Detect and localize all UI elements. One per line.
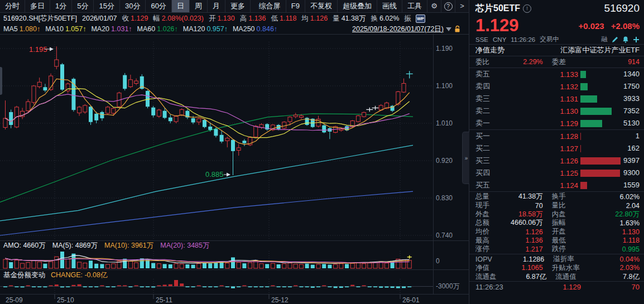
stat-value: 0.995 (581, 245, 640, 253)
date-range-group[interactable]: 2025/09/18-2026/01/07(72日) (352, 25, 461, 34)
wp-badge-icon[interactable]: WP (416, 15, 425, 23)
bell-icon[interactable] (622, 36, 629, 43)
menu-item-分时[interactable]: 分时 (0, 0, 25, 12)
period-menu-group: 分时多日1分5分15分30分60分日周月更多 (0, 0, 251, 12)
candlestick-chart[interactable]: 1.1901.1001.0100.9200.8300.7401.1950.885… (0, 33, 469, 304)
ma10-line (6, 89, 410, 138)
stat-label: 溢折率 (553, 254, 582, 264)
stat-label: 外盘 (475, 210, 489, 219)
menu-item-F9[interactable]: F9 (286, 0, 305, 12)
stat-label: 内盘 (552, 210, 581, 219)
ma-layer (6, 94, 410, 131)
ma-label: MA10 (45, 25, 64, 33)
bid-row[interactable]: 买一1.1281 (469, 130, 644, 142)
chevron-right-icon[interactable]: > (455, 0, 469, 12)
svg-text:1.010: 1.010 (436, 119, 453, 127)
field-value: 1.118 (280, 15, 296, 22)
price-change-group: +0.023 +2.08% (578, 21, 640, 31)
order-bar-zone: 162 (580, 144, 640, 152)
field-label: 换 (371, 15, 378, 22)
quote-field-幅: 幅2.08%(0.023) (153, 14, 204, 23)
ma250-line (0, 191, 413, 235)
ma-value: 0.846↑ (257, 25, 278, 33)
chart-pane: 分时多日1分5分15分30分60分日周月更多 综合屏F9不复权超级叠加画线工具 … (0, 0, 469, 304)
fund-name-link[interactable]: 汇添富中证芯片产业ETF (560, 45, 640, 55)
ask-row[interactable]: 卖五1.1331340 (469, 68, 644, 80)
menu-item-15分[interactable]: 15分 (94, 0, 119, 12)
help-icon[interactable]: ? (441, 0, 455, 12)
stat-value: 6.87亿 (497, 272, 547, 282)
stat-label: 总量 (475, 192, 489, 201)
price-change-pct: +2.08% (611, 21, 640, 31)
x-axis-label: 25-11 (156, 296, 172, 304)
field-value: 41.38万 (342, 15, 366, 22)
field-label: 低 (271, 15, 278, 22)
order-qty: 9397 (623, 157, 640, 165)
order-depth-bar (580, 133, 581, 140)
menu-item-多日[interactable]: 多日 (25, 0, 50, 12)
nav-tab[interactable]: 净值走势 (475, 45, 504, 55)
bid-row[interactable]: 买二1.127162 (469, 142, 644, 155)
ask-row[interactable]: 卖二1.1307352 (469, 105, 644, 117)
menu-item-综合屏[interactable]: 综合屏 (254, 0, 286, 12)
quote-panel: 芯片50ETF ! 516920 1.129 +0.023 +2.08% SSE… (469, 0, 644, 304)
date-range-label[interactable]: 2025/09/18-2026/01/07(72日) (352, 25, 444, 34)
order-price: 1.129 (497, 119, 578, 128)
menu-item-日[interactable]: 日 (172, 0, 190, 12)
field-value: 1.129 (131, 15, 148, 22)
menu-item-5分[interactable]: 5分 (72, 0, 94, 12)
field-label: 幅 (153, 15, 160, 22)
pencil-icon[interactable] (612, 36, 618, 43)
svg-text:1.100: 1.100 (436, 82, 453, 90)
fund-share-title: 基金份额变动 (3, 271, 45, 280)
nav-row: 净值走势 汇添富中证芯片产业ETF (469, 45, 644, 56)
lock-icon[interactable] (454, 25, 461, 33)
chevron-down-icon[interactable] (446, 27, 451, 31)
order-qty: 5130 (623, 119, 640, 127)
left-edge-tab[interactable] (0, 67, 2, 95)
menu-item-60分[interactable]: 60分 (146, 0, 171, 12)
fund-change-layer: -3000万 (0, 280, 460, 290)
field-label: 量 (333, 15, 340, 22)
bid-row[interactable]: 买三1.1269397 (469, 155, 644, 167)
menu-item-不复权[interactable]: 不复权 (305, 0, 338, 12)
ma-value: 1.026↑ (157, 25, 178, 33)
order-depth-bar (580, 120, 602, 127)
ask-row[interactable]: 卖三1.1313933 (469, 93, 644, 105)
menu-item-更多[interactable]: 更多 (225, 0, 251, 12)
plus-icon[interactable] (633, 36, 640, 43)
fund-change-scale-label: -3000万 (436, 282, 460, 290)
bid-row[interactable]: 买五1.1241559 (469, 179, 644, 191)
menu-item-工具[interactable]: 工具 (402, 0, 427, 12)
weicha-label: 委差 (552, 57, 581, 67)
order-bar-zone: 1750 (580, 83, 640, 90)
trading-status: 交易中 (540, 35, 559, 44)
stat-label: 总额 (475, 218, 489, 228)
menu-item-1分[interactable]: 1分 (50, 0, 72, 12)
menu-item-画线[interactable]: 画线 (377, 0, 402, 12)
stat-label: 流通值 (555, 272, 584, 282)
ma20-line (6, 94, 410, 131)
stat-label: 涨停 (475, 244, 489, 254)
svg-text:0.920: 0.920 (436, 157, 453, 165)
order-bar-zone: 7352 (580, 107, 640, 115)
ma-value: 1.031↑ (111, 25, 132, 33)
ma-label: MA20 (91, 25, 109, 33)
menu-item-周[interactable]: 周 (190, 0, 208, 12)
ask-row[interactable]: 卖四1.1321750 (469, 80, 644, 93)
menu-item-30分[interactable]: 30分 (120, 0, 146, 12)
menu-item-月[interactable]: 月 (208, 0, 225, 12)
volume-zero-label: 0 (436, 257, 440, 265)
panel-collapse-handle[interactable]: » (462, 132, 470, 184)
order-level-label: 买二 (475, 143, 497, 153)
settings-gear-icon[interactable]: ⚙ (427, 0, 441, 12)
bid-row[interactable]: 买四1.1259300 (469, 167, 644, 179)
order-bar-zone: 9300 (580, 169, 640, 177)
ma-value: 1.057↑ (65, 25, 86, 33)
ask-row[interactable]: 卖一1.1295130 (469, 117, 644, 129)
menu-item-超级叠加[interactable]: 超级叠加 (338, 0, 377, 12)
info-icon[interactable]: ! (523, 4, 531, 13)
stat-label: 净值 (475, 263, 489, 273)
order-price: 1.125 (497, 169, 578, 177)
order-depth-bar (580, 145, 581, 152)
